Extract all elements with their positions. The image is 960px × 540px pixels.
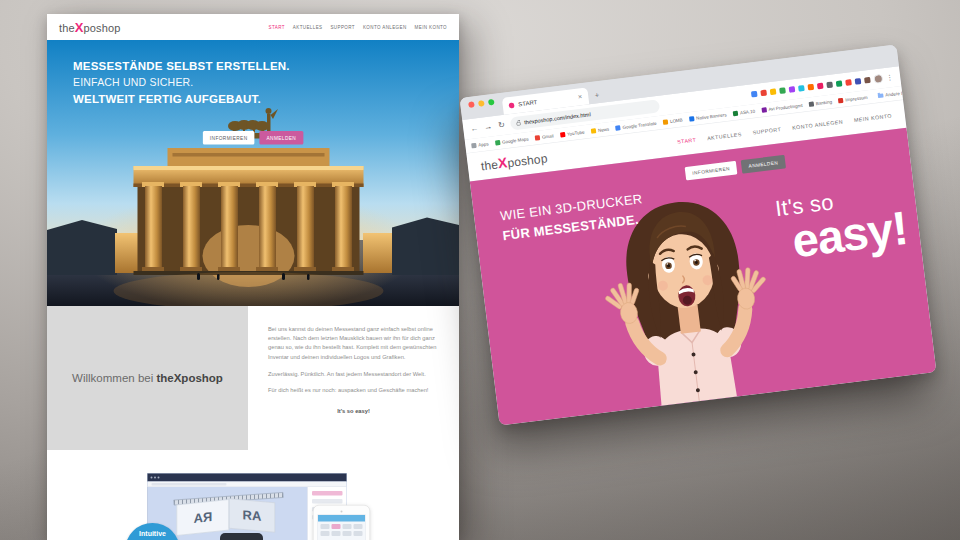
reload-icon[interactable]: ↻ [498,121,506,130]
bookmark-label: Google Translate [622,120,657,129]
bookmark-item[interactable]: Impressum [838,95,868,104]
thexposhop-logo[interactable]: theXposhop [59,19,121,35]
phone-mockup [220,533,263,540]
nav-item-start[interactable]: START [677,137,697,145]
marketing-scene: theXposhop START AKTUELLES SUPPORT KONTO… [0,0,960,540]
hero-headline: MESSESTÄNDE SELBST ERSTELLEN. EINFACH UN… [73,57,290,107]
window-controls [468,99,495,108]
thexposhop-logo[interactable]: theXposhop [480,150,548,174]
bookmark-item[interactable]: Avi Productmgmt [761,103,802,113]
booth-logo-mirrored: RA [193,509,212,526]
bookmark-label: LOMB [670,117,683,124]
bookmark-favicon [471,143,477,149]
editor-url-pill [152,483,227,486]
bookmark-label: Avi Productmgmt [768,103,803,112]
logo-post: poshop [84,21,121,34]
nav-item-mein-konto[interactable]: MEIN KONTO [415,25,447,30]
zoom-window-button[interactable] [488,99,495,106]
tab-title: START [518,99,538,108]
browser-menu-icon[interactable]: ⋮ [886,73,894,82]
extension-icon[interactable] [760,90,767,97]
new-tab-button[interactable]: ＋ [593,90,602,100]
bookmark-favicon [689,116,695,122]
bookmarks-right-group: Andere Lesezeichen Leseliste [874,86,903,99]
bookmark-item[interactable]: News [591,126,610,133]
website-screenshot-left: theXposhop START AKTUELLES SUPPORT KONTO… [47,14,459,540]
bookmark-item[interactable]: Banking [809,99,833,107]
bookmark-item[interactable]: YouTube [560,129,585,137]
bookmark-favicon [838,98,844,104]
grid-cell [332,524,341,529]
grid-cell [343,524,352,529]
bookmark-item[interactable]: Native Banners [689,112,727,122]
tab-favicon-icon [508,102,514,108]
welcome-paragraph-3: Für dich heißt es nur noch: auspacken un… [268,386,439,395]
extension-icon[interactable] [807,84,814,91]
main-nav: START AKTUELLES SUPPORT KONTO ANLEGEN ME… [269,25,447,30]
nav-item-aktuelles[interactable]: AKTUELLES [293,25,323,30]
grid-cell [321,524,330,529]
extension-icon[interactable] [836,80,843,87]
bookmark-favicon [809,101,815,107]
bookmark-label: Gmail [542,133,554,139]
tab-close-icon[interactable]: ✕ [577,93,582,100]
nav-item-konto-anlegen[interactable]: KONTO ANLEGEN [363,25,407,30]
forward-icon[interactable]: → [484,122,493,131]
badge-label: Intuitive [139,529,166,540]
back-icon[interactable]: ← [470,124,479,133]
nav-item-support[interactable]: SUPPORT [330,25,354,30]
bookmark-label: Native Banners [696,112,727,121]
other-bookmarks-label: Andere Lesezeichen [885,87,903,97]
bookmark-item[interactable]: Gmail [535,133,554,140]
bookmark-label: News [598,126,610,132]
welcome-heading-bold: theXposhop [156,371,222,384]
welcome-section: Willkommen bei theXposhop Bei uns kannst… [47,306,459,450]
informieren-button[interactable]: INFORMIEREN [685,161,738,181]
nav-item-mein-konto[interactable]: MEIN KONTO [854,113,893,124]
welcome-paragraph-1: Bei uns kannst du deinen Messestand ganz… [268,324,439,361]
extension-icon[interactable] [864,77,871,84]
nav-item-start[interactable]: START [269,25,285,30]
booth-wall: RA [177,499,230,536]
extension-icon[interactable] [751,91,758,98]
bookmark-label: YouTube [567,129,585,136]
welcome-copy-panel: Bei uns kannst du deinen Messestand ganz… [248,306,459,450]
minimize-window-button[interactable] [478,100,485,107]
close-window-button[interactable] [468,101,475,108]
bookmark-item[interactable]: Google Translate [615,120,657,130]
profile-avatar[interactable] [873,74,883,84]
grid-cell [332,531,341,536]
anmelden-button[interactable]: ANMELDEN [741,155,786,174]
extension-icon[interactable] [779,87,786,94]
bookmark-favicon [733,110,739,116]
other-bookmarks-button[interactable]: Andere Lesezeichen [878,87,904,98]
bookmark-item[interactable]: ASA.10 [733,108,756,116]
bookmark-item[interactable]: Apps [471,141,489,148]
welcome-heading: Willkommen bei theXposhop [72,371,223,385]
bookmark-label: Banking [816,99,833,106]
bookmark-item[interactable]: Google Maps [495,136,529,145]
extension-icon[interactable] [817,83,824,90]
extension-icon[interactable] [826,81,833,88]
nav-item-aktuelles[interactable]: AKTUELLES [707,131,742,141]
extension-icon[interactable] [798,85,805,92]
bookmark-label: Google Maps [502,136,529,144]
extension-icon[interactable] [770,88,777,95]
bookmark-label: Apps [478,141,489,147]
extension-icon[interactable] [855,78,862,85]
lock-icon [517,122,521,126]
nav-item-support[interactable]: SUPPORT [752,126,781,135]
extension-icon[interactable] [789,86,796,93]
grid-cell [354,531,363,536]
extension-icon[interactable] [845,79,852,86]
bookmark-item[interactable]: LOMB [663,117,683,124]
folder-icon [878,93,884,98]
hero-line3: WELTWEIT FERTIG AUFGEBAUT. [73,90,290,107]
nav-item-konto-anlegen[interactable]: KONTO ANLEGEN [792,118,844,130]
anmelden-button[interactable]: ANMELDEN [260,131,304,145]
window-dot-icon [158,477,160,479]
hero-brandenburg-gate: MESSESTÄNDE SELBST ERSTELLEN. EINFACH UN… [47,40,459,306]
product-collage-section: RA RA Intuitive [47,450,459,540]
informieren-button[interactable]: INFORMIEREN [203,131,255,145]
editor-titlebar [148,474,347,482]
